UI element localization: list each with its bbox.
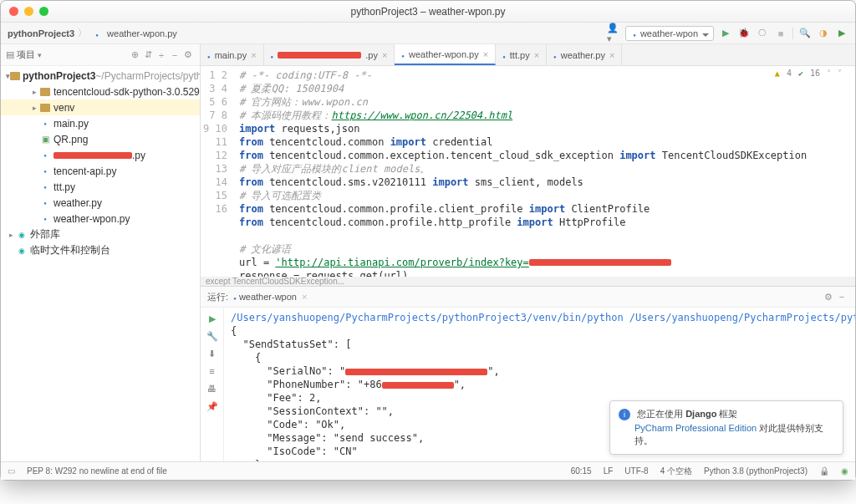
minimize-window-button[interactable] bbox=[24, 7, 33, 16]
checks-count: 16 bbox=[810, 69, 820, 78]
tree-item[interactable]: main.py bbox=[1, 115, 200, 131]
editor-tab[interactable]: ttt.py× bbox=[496, 44, 547, 65]
project-sidebar: ▤ 项目 ▾ ⊕ ⇵ ÷ − ⚙ ▾pythonProject3 ~/Pycha… bbox=[1, 44, 201, 461]
python-file-icon bbox=[553, 50, 557, 60]
titlebar: pythonProject3 – weather-wpon.py bbox=[1, 1, 855, 23]
checks-icon[interactable]: ✔ bbox=[798, 69, 803, 78]
close-tab-icon[interactable]: × bbox=[251, 50, 256, 60]
project-tree[interactable]: ▾pythonProject3 ~/PycharmProjects/python… bbox=[1, 66, 200, 461]
scroll-icon[interactable]: ≡ bbox=[205, 364, 220, 379]
hide-panel-icon[interactable]: − bbox=[835, 290, 848, 303]
step-down-icon[interactable]: ⬇ bbox=[205, 346, 220, 361]
warnings-icon[interactable]: ▲ bbox=[775, 69, 780, 78]
status-menu-icon[interactable]: ▭ bbox=[8, 466, 15, 476]
editor-tab[interactable]: weather-wpon.py× bbox=[395, 44, 496, 65]
project-root[interactable]: ▾pythonProject3 ~/PycharmProjects/python… bbox=[1, 68, 200, 84]
print-icon[interactable]: 🖶 bbox=[205, 381, 220, 396]
tree-item[interactable]: tencent-api.py bbox=[1, 163, 200, 179]
collapse-all-icon[interactable]: ⇵ bbox=[141, 48, 155, 62]
tree-item[interactable]: weather-wpon.py bbox=[1, 211, 200, 227]
close-window-button[interactable] bbox=[9, 7, 18, 16]
code-editor[interactable]: 1 2 3 4 5 6 7 8 9 10 11 12 13 14 15 16 #… bbox=[201, 66, 855, 277]
tree-item[interactable]: ▸tencentcloud-sdk-python-3.0.529 bbox=[1, 84, 200, 99]
external-libraries[interactable]: ▸外部库 bbox=[1, 227, 200, 242]
notifications-icon[interactable]: ◉ bbox=[841, 466, 848, 476]
editor-breadcrumb[interactable]: except TencentCloudSDKException... bbox=[201, 277, 855, 286]
search-everywhere-button[interactable]: 🔍 bbox=[798, 27, 812, 40]
warnings-count: 4 bbox=[787, 69, 792, 78]
coverage-button[interactable]: ⎔ bbox=[756, 27, 769, 40]
run-tool-window: 运行: weather-wpon × ⚙ − ▶ 🔧 ⬇ ≡ 🖶 bbox=[201, 286, 855, 461]
wrench-icon[interactable]: 🔧 bbox=[205, 328, 220, 344]
divide-icon[interactable]: ÷ bbox=[155, 48, 168, 62]
close-tab-icon[interactable]: × bbox=[302, 292, 307, 302]
gear-icon[interactable]: ⚙ bbox=[822, 290, 835, 303]
python-file-icon bbox=[207, 50, 211, 60]
tip-line1-post: 框架 bbox=[716, 409, 737, 419]
python-file-icon bbox=[502, 50, 506, 60]
framework-tip: i 您正在使用 Django 框架 PyCharm Professional E… bbox=[609, 400, 843, 455]
editor-tab[interactable]: weather.py× bbox=[547, 44, 622, 65]
python-file-icon bbox=[271, 50, 274, 60]
tree-item[interactable]: .py bbox=[1, 147, 200, 163]
pycharm-pro-link[interactable]: PyCharm Professional Edition bbox=[634, 423, 757, 433]
line-separator[interactable]: LF bbox=[604, 466, 614, 476]
editor-tab[interactable]: main.py× bbox=[201, 44, 264, 65]
lock-icon[interactable] bbox=[819, 466, 829, 476]
python-file-icon bbox=[90, 27, 104, 40]
close-tab-icon[interactable]: × bbox=[609, 50, 614, 60]
indent-setting[interactable]: 4 个空格 bbox=[660, 466, 692, 477]
window-title: pythonProject3 – weather-wpon.py bbox=[351, 6, 506, 18]
close-tab-icon[interactable]: × bbox=[483, 49, 488, 59]
close-tab-icon[interactable]: × bbox=[534, 50, 539, 60]
tree-item[interactable]: QR.png bbox=[1, 131, 200, 147]
python-file-icon bbox=[401, 49, 405, 59]
tip-framework: Django bbox=[685, 409, 716, 419]
chevron-up-icon[interactable]: ˄ bbox=[827, 69, 831, 78]
python-file-icon bbox=[633, 28, 636, 38]
status-message[interactable]: PEP 8: W292 no newline at end of file bbox=[27, 466, 167, 476]
sidebar-title: 项目 bbox=[17, 48, 35, 61]
stop-button[interactable]: ■ bbox=[774, 27, 787, 40]
tree-item[interactable]: ttt.py bbox=[1, 179, 200, 195]
run-panel-tab[interactable]: weather-wpon bbox=[239, 292, 297, 302]
debug-button[interactable]: 🐞 bbox=[737, 27, 751, 40]
status-bar: ▭ PEP 8: W292 no newline at end of file … bbox=[1, 461, 855, 480]
scratches[interactable]: 临时文件和控制台 bbox=[1, 242, 200, 258]
rerun-button[interactable]: ▶ bbox=[205, 311, 220, 326]
gear-icon[interactable]: ⚙ bbox=[181, 48, 195, 62]
caret-position[interactable]: 60:15 bbox=[571, 466, 592, 476]
maximize-window-button[interactable] bbox=[39, 7, 48, 16]
run-button[interactable]: ▶ bbox=[719, 27, 732, 40]
python-file-icon bbox=[233, 292, 237, 302]
pin-icon[interactable]: 📌 bbox=[205, 399, 220, 414]
editor-tab[interactable]: .py× bbox=[264, 44, 395, 65]
chevron-down-icon[interactable]: ˅ bbox=[838, 69, 842, 78]
run-panel-label: 运行: bbox=[207, 291, 228, 303]
hide-panel-icon[interactable]: − bbox=[168, 48, 181, 62]
python-interpreter[interactable]: Python 3.8 (pythonProject3) bbox=[704, 466, 808, 476]
settings-button[interactable]: ◑ bbox=[817, 27, 830, 40]
info-icon: i bbox=[619, 409, 630, 420]
nav-bar: pythonProject3 〉 weather-wpon.py 👤▾ weat… bbox=[1, 23, 855, 44]
code-with-me-button[interactable]: ▶ bbox=[835, 27, 848, 40]
line-gutter: 1 2 3 4 5 6 7 8 9 10 11 12 13 14 15 16 bbox=[201, 66, 234, 277]
run-config-selector[interactable]: weather-wpon bbox=[625, 26, 714, 41]
run-config-label: weather-wpon bbox=[640, 28, 698, 38]
user-dropdown-icon[interactable]: 👤▾ bbox=[607, 27, 620, 40]
breadcrumb-file[interactable]: weather-wpon.py bbox=[107, 28, 177, 38]
tip-line1-pre: 您正在使用 bbox=[637, 409, 685, 419]
file-encoding[interactable]: UTF-8 bbox=[624, 466, 648, 476]
scroll-from-source-icon[interactable]: ⊕ bbox=[128, 48, 141, 62]
breadcrumb-project[interactable]: pythonProject3 bbox=[8, 28, 74, 38]
editor-tabs: main.py×.py×weather-wpon.py×ttt.py×weath… bbox=[201, 44, 855, 66]
tree-item[interactable]: ▸venv bbox=[1, 99, 200, 115]
tree-item[interactable]: weather.py bbox=[1, 195, 200, 211]
code-lines[interactable]: # -*- coding:UTF-8 -*- # 夏柔QQ: 15001904 … bbox=[234, 66, 855, 277]
close-tab-icon[interactable]: × bbox=[382, 50, 387, 60]
